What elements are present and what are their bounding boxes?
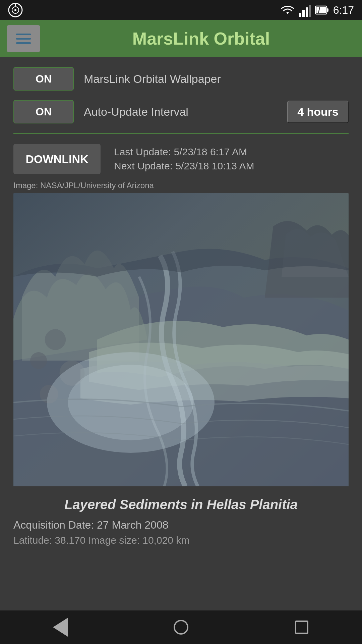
section-divider <box>13 133 349 134</box>
auto-update-label: Auto-Update Interval <box>84 105 277 118</box>
update-info: Last Update: 5/23/18 6:17 AM Next Update… <box>114 146 254 172</box>
nav-home-button[interactable] <box>147 614 215 641</box>
mars-terrain-svg <box>13 193 349 486</box>
svg-rect-9 <box>327 8 328 12</box>
last-update-text: Last Update: 5/23/18 6:17 AM <box>114 146 254 158</box>
signal-icon <box>299 3 311 17</box>
svg-rect-5 <box>302 10 305 17</box>
app-title: MarsLink Orbital <box>47 29 355 49</box>
app-status-icon <box>8 3 23 17</box>
nav-bar <box>0 610 362 644</box>
nav-back-button[interactable] <box>27 614 94 641</box>
back-icon <box>53 618 68 637</box>
interval-selector[interactable]: 4 hours <box>287 101 349 123</box>
home-icon <box>174 620 188 635</box>
action-row: DOWNLINK Last Update: 5/23/18 6:17 AM Ne… <box>13 144 349 174</box>
wallpaper-label: MarsLink Orbital Wallpaper <box>84 72 349 86</box>
next-update-text: Next Update: 5/23/18 10:13 AM <box>114 160 254 172</box>
status-left-icons <box>8 3 23 17</box>
nav-recent-button[interactable] <box>268 614 335 641</box>
wifi-icon <box>280 4 295 16</box>
image-attribution: Image: NASA/JPL/University of Arizona <box>13 181 349 190</box>
hamburger-icon <box>16 34 31 44</box>
svg-point-14 <box>30 352 47 369</box>
menu-button[interactable] <box>7 25 40 52</box>
svg-rect-6 <box>306 7 308 17</box>
recent-icon <box>295 621 308 634</box>
battery-icon <box>315 4 329 16</box>
auto-update-setting-row: ON Auto-Update Interval 4 hours <box>13 100 349 123</box>
status-bar: 6:17 <box>0 0 362 20</box>
wallpaper-toggle[interactable]: ON <box>13 67 74 91</box>
mars-image-container <box>13 193 349 488</box>
main-content: ON MarsLink Orbital Wallpaper ON Auto-Up… <box>0 57 362 556</box>
image-title: Layered Sediments in Hellas Planitia <box>13 497 349 512</box>
svg-rect-10 <box>316 7 326 13</box>
svg-rect-4 <box>299 13 301 17</box>
status-time: 6:17 <box>333 4 354 16</box>
mars-image <box>13 193 349 488</box>
svg-point-18 <box>68 365 194 440</box>
image-partial-details: Latitude: 38.170 Image size: 10,020 km <box>13 535 349 546</box>
acquisition-date: Acquisition Date: 27 March 2008 <box>13 519 349 531</box>
downlink-button[interactable]: DOWNLINK <box>13 144 101 174</box>
toolbar: MarsLink Orbital <box>0 20 362 57</box>
wallpaper-setting-row: ON MarsLink Orbital Wallpaper <box>13 67 349 91</box>
status-right-icons: 6:17 <box>280 3 354 17</box>
svg-point-13 <box>45 329 66 350</box>
svg-point-2 <box>14 9 16 11</box>
svg-rect-7 <box>309 5 311 17</box>
auto-update-toggle[interactable]: ON <box>13 100 74 123</box>
